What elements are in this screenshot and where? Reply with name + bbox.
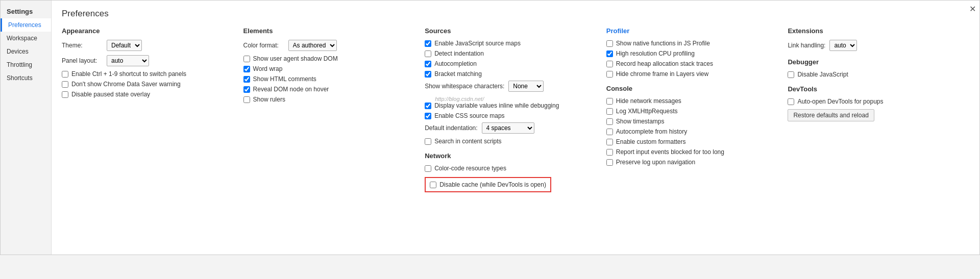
checkbox-word-wrap: Word wrap	[243, 65, 415, 72]
checkbox-show-rulers: Show rulers	[243, 96, 415, 103]
network-title: Network	[425, 152, 596, 160]
devtools-title: DevTools	[788, 85, 959, 93]
paused-overlay-checkbox[interactable]	[62, 91, 68, 98]
whitespace-select[interactable]: None All Trailing	[508, 81, 544, 92]
debugger-title: Debugger	[788, 58, 959, 66]
panel-layout-row: Panel layout: auto horizontal vertical	[62, 55, 233, 66]
native-functions-checkbox[interactable]	[606, 40, 613, 47]
restore-defaults-button[interactable]: Restore defaults and reload	[788, 109, 874, 121]
css-sourcemaps-label: Enable CSS source maps	[434, 112, 504, 119]
checkbox-show-timestamps: Show timestamps	[606, 118, 778, 125]
color-format-label: Color format:	[243, 42, 284, 49]
main-content: Preferences Appearance Theme: Default Da…	[52, 1, 979, 255]
word-wrap-checkbox[interactable]	[243, 66, 250, 72]
preserve-log-checkbox[interactable]	[606, 159, 613, 166]
sidebar-item-devices[interactable]: Devices	[1, 45, 51, 58]
appearance-column: Appearance Theme: Default Dark Panel lay…	[62, 27, 243, 246]
hide-network-label: Hide network messages	[616, 97, 681, 105]
checkbox-chrome-frame: Hide chrome frame in Layers view	[606, 70, 778, 78]
disable-cache-checkbox[interactable]	[430, 182, 436, 188]
sidebar-item-preferences[interactable]: Preferences	[1, 18, 51, 32]
checkbox-detect-indent: Detect indentation	[425, 50, 596, 57]
color-format-row: Color format: As authored hex rgb hsl	[243, 40, 415, 51]
theme-select[interactable]: Default Dark	[107, 40, 142, 51]
indentation-label: Default indentation:	[425, 124, 477, 132]
ctrl-shortcut-label: Enable Ctrl + 1-9 shortcut to switch pan…	[71, 70, 186, 78]
page-title: Preferences	[62, 9, 969, 19]
checkbox-autocomplete-history: Autocomplete from history	[606, 128, 778, 135]
variable-values-checkbox[interactable]	[425, 103, 431, 109]
bracket-matching-checkbox[interactable]	[425, 71, 431, 78]
high-resolution-checkbox[interactable]	[606, 50, 613, 57]
checkbox-js-sourcemaps: Enable JavaScript source maps	[425, 40, 596, 47]
restore-button-wrapper: Restore defaults and reload	[788, 109, 959, 121]
log-xmlhttp-label: Log XMLHttpRequests	[616, 108, 678, 115]
show-timestamps-label: Show timestamps	[616, 118, 665, 125]
html-comments-checkbox[interactable]	[243, 76, 250, 83]
checkbox-native-functions: Show native functions in JS Profile	[606, 40, 778, 47]
settings-title: Settings	[1, 5, 51, 18]
report-input-events-checkbox[interactable]	[606, 149, 613, 156]
native-functions-label: Show native functions in JS Profile	[616, 40, 710, 47]
heap-allocation-checkbox[interactable]	[606, 61, 613, 67]
hide-network-checkbox[interactable]	[606, 98, 613, 105]
disable-cache-box: Disable cache (while DevTools is open)	[425, 177, 551, 192]
elements-title: Elements	[243, 27, 415, 35]
color-code-label: Color-code resource types	[434, 165, 506, 172]
chrome-frame-checkbox[interactable]	[606, 71, 613, 78]
indentation-select[interactable]: 2 spaces 4 spaces 8 spaces Tab character	[482, 122, 534, 134]
custom-formatters-checkbox[interactable]	[606, 139, 613, 145]
report-input-events-label: Report input events blocked for too long	[616, 148, 724, 156]
detect-indent-label: Detect indentation	[434, 50, 484, 57]
close-button[interactable]: ✕	[969, 4, 976, 14]
color-code-checkbox[interactable]	[425, 165, 431, 172]
checkbox-disable-js: Disable JavaScript	[788, 71, 959, 78]
checkbox-shadow-dom: Show user agent shadow DOM	[243, 55, 415, 62]
autocomplete-history-checkbox[interactable]	[606, 129, 613, 135]
watermark-text: http://blog.csdn.net/	[435, 96, 596, 102]
theme-row: Theme: Default Dark	[62, 40, 233, 51]
detect-indent-checkbox[interactable]	[425, 50, 431, 57]
checkbox-report-input-events: Report input events blocked for too long	[606, 148, 778, 156]
sidebar-item-shortcuts[interactable]: Shortcuts	[1, 71, 51, 85]
data-saver-checkbox[interactable]	[62, 81, 68, 88]
css-sourcemaps-checkbox[interactable]	[425, 113, 431, 119]
show-rulers-checkbox[interactable]	[243, 96, 250, 103]
link-handling-row: Link handling: auto ask	[788, 40, 959, 51]
preserve-log-label: Preserve log upon navigation	[616, 159, 695, 166]
console-section: Console Hide network messages Log XMLHtt…	[606, 85, 778, 166]
checkbox-ctrl-shortcut: Enable Ctrl + 1-9 shortcut to switch pan…	[62, 70, 233, 78]
profiler-column: Profiler Show native functions in JS Pro…	[606, 27, 788, 246]
auto-open-devtools-checkbox[interactable]	[788, 98, 794, 105]
color-format-select[interactable]: As authored hex rgb hsl	[288, 40, 337, 51]
js-sourcemaps-checkbox[interactable]	[425, 40, 431, 47]
variable-values-label: Display variable values inline while deb…	[434, 102, 559, 109]
theme-label: Theme:	[62, 42, 103, 49]
high-resolution-label: High resolution CPU profiling	[616, 50, 695, 57]
profiler-title: Profiler	[606, 27, 778, 35]
show-rulers-label: Show rulers	[253, 96, 285, 103]
ctrl-shortcut-checkbox[interactable]	[62, 71, 68, 78]
log-xmlhttp-checkbox[interactable]	[606, 108, 613, 115]
extensions-title: Extensions	[788, 27, 959, 35]
autocompletion-checkbox[interactable]	[425, 61, 431, 67]
disable-js-checkbox[interactable]	[788, 71, 794, 78]
reveal-dom-checkbox[interactable]	[243, 86, 250, 93]
search-content-label: Search in content scripts	[434, 138, 501, 145]
sidebar-item-workspace[interactable]: Workspace	[1, 32, 51, 45]
link-handling-label: Link handling:	[788, 42, 825, 49]
search-content-checkbox[interactable]	[425, 138, 431, 145]
sidebar-item-throttling[interactable]: Throttling	[1, 58, 51, 71]
word-wrap-label: Word wrap	[253, 65, 283, 72]
autocomplete-history-label: Autocomplete from history	[616, 128, 687, 135]
devtools-section: DevTools Auto-open DevTools for popups R…	[788, 85, 959, 121]
checkbox-hide-network: Hide network messages	[606, 97, 778, 105]
link-handling-select[interactable]: auto ask	[829, 40, 857, 51]
paused-overlay-label: Disable paused state overlay	[71, 91, 150, 98]
show-timestamps-checkbox[interactable]	[606, 118, 613, 125]
shadow-dom-checkbox[interactable]	[243, 56, 250, 62]
extensions-column: Extensions Link handling: auto ask Debug…	[788, 27, 969, 246]
whitespace-label: Show whitespace characters:	[425, 83, 504, 90]
shadow-dom-label: Show user agent shadow DOM	[253, 55, 338, 62]
panel-layout-select[interactable]: auto horizontal vertical	[107, 55, 149, 66]
